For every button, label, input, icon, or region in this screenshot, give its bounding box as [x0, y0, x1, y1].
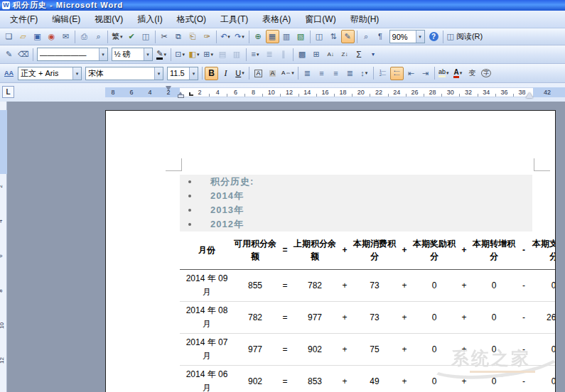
character-scale[interactable]: A⇔▾: [280, 67, 296, 80]
highlight-dropdown-icon[interactable]: ▾: [446, 70, 449, 76]
insert-table-dropdown-icon[interactable]: ▾: [210, 52, 213, 58]
menu-tools[interactable]: 工具(T): [213, 11, 255, 28]
operator-cell[interactable]: +: [396, 302, 413, 334]
menu-help[interactable]: 帮助(H): [343, 11, 387, 28]
insert-hyperlink[interactable]: ⊕: [252, 30, 265, 43]
month-cell[interactable]: 2014 年 08 月: [180, 302, 234, 334]
enclosed-characters[interactable]: 字: [480, 67, 493, 80]
border-color[interactable]: ✎▾: [155, 48, 168, 61]
font-size-select[interactable]: 11.5▾: [167, 67, 198, 80]
operator-cell[interactable]: +: [456, 366, 473, 392]
mail-recipient[interactable]: ✉: [59, 30, 72, 43]
operator-cell[interactable]: +: [396, 366, 413, 392]
font-size-select-dropdown-icon[interactable]: ▾: [189, 67, 198, 80]
numbering[interactable]: 1— 2—: [376, 67, 389, 80]
left-tab-stop-marker[interactable]: [189, 92, 193, 96]
cell-alignment[interactable]: ≡▾: [249, 48, 262, 61]
border-color-dropdown-icon[interactable]: ▾: [163, 52, 166, 58]
value-cell[interactable]: 0: [473, 302, 515, 334]
title-bar[interactable]: W 积分历史 - Microsoft Word: [0, 0, 565, 11]
menu-view[interactable]: 视图(V): [87, 11, 130, 28]
undo[interactable]: ↶▾: [219, 30, 232, 43]
value-cell[interactable]: 902: [234, 366, 276, 392]
distribute-rows[interactable]: ≣: [263, 48, 276, 61]
operator-cell[interactable]: +: [456, 302, 473, 334]
character-scale-dropdown-icon[interactable]: ▾: [291, 70, 294, 76]
operator-cell[interactable]: -: [515, 270, 532, 302]
value-cell[interactable]: 977: [294, 302, 336, 334]
insert-table[interactable]: ▥: [280, 30, 294, 43]
sort-descending[interactable]: Z↓: [338, 48, 352, 61]
value-cell[interactable]: 0: [532, 334, 556, 366]
value-cell[interactable]: 73: [353, 302, 396, 334]
value-cell[interactable]: 977: [234, 334, 276, 366]
menu-window[interactable]: 窗口(W): [298, 11, 343, 28]
value-cell[interactable]: 0: [413, 366, 456, 392]
decrease-indent[interactable]: ⇤: [404, 67, 418, 80]
horizontal-ruler[interactable]: 8642246810121416182022242628303234363842: [0, 87, 565, 99]
month-cell[interactable]: 2014 年 06 月: [180, 366, 234, 392]
month-cell[interactable]: 2014 年 07 月: [180, 334, 234, 366]
italic[interactable]: I: [219, 67, 232, 80]
value-cell[interactable]: 0: [532, 366, 556, 392]
save[interactable]: ▣: [31, 30, 44, 43]
list-item[interactable]: 积分历史:: [180, 175, 532, 189]
font-select[interactable]: 宋体▾: [85, 67, 163, 80]
value-cell[interactable]: 73: [353, 270, 396, 302]
bold[interactable]: B: [205, 67, 218, 80]
research[interactable]: ◫: [139, 30, 153, 43]
value-cell[interactable]: 0: [413, 302, 456, 334]
print[interactable]: ⎙: [77, 30, 91, 43]
insert-table[interactable]: ⊞▾: [202, 48, 215, 61]
menu-table[interactable]: 表格(A): [255, 11, 298, 28]
columns[interactable]: ◫: [313, 30, 326, 43]
value-cell[interactable]: 0: [413, 334, 456, 366]
shading-color[interactable]: ◧▾: [188, 48, 201, 61]
cell-alignment-dropdown-icon[interactable]: ▾: [257, 52, 259, 58]
table-autoformat[interactable]: ▩: [296, 48, 309, 61]
fit-text[interactable]: ⇅: [327, 30, 340, 43]
line-style-select-dropdown-icon[interactable]: ▾: [99, 48, 107, 60]
split-cells[interactable]: ▥: [230, 48, 244, 61]
value-cell[interactable]: 782: [234, 302, 276, 334]
traditional-chinese-convert-dropdown-icon[interactable]: ▾: [120, 34, 123, 40]
permission[interactable]: ◉: [45, 30, 58, 43]
sort-ascending[interactable]: A↓: [324, 48, 338, 61]
font-color[interactable]: A▾: [451, 67, 465, 80]
value-cell[interactable]: 75: [353, 334, 396, 366]
traditional-chinese-convert[interactable]: 繁▾: [110, 30, 124, 43]
header-cell[interactable]: 本期奖励积分: [413, 232, 456, 270]
operator-cell[interactable]: =: [276, 302, 294, 334]
toolbar-options[interactable]: ▾: [367, 48, 380, 61]
cut[interactable]: ✂: [158, 30, 171, 43]
align-right[interactable]: ≡: [329, 67, 343, 80]
month-cell[interactable]: 2014 年 09 月: [180, 270, 234, 302]
undo-dropdown-icon[interactable]: ▾: [227, 34, 230, 40]
vertical-ruler[interactable]: 246810121416: [0, 102, 7, 392]
zoom-select-dropdown-icon[interactable]: ▾: [416, 31, 424, 43]
open-folder[interactable]: ▱: [16, 30, 30, 43]
tables-and-borders[interactable]: ▦: [266, 30, 279, 43]
value-cell[interactable]: 855: [234, 270, 276, 302]
insert-excel-worksheet[interactable]: ▧: [294, 30, 308, 43]
zoom-select[interactable]: 90%▾: [389, 30, 425, 43]
styles-and-formatting[interactable]: AA: [2, 67, 16, 80]
operator-cell[interactable]: =: [276, 366, 294, 392]
character-shading[interactable]: A: [266, 67, 279, 80]
operator-cell[interactable]: +: [396, 334, 413, 366]
operator-cell[interactable]: +: [336, 270, 353, 302]
header-cell[interactable]: 本期消费积分: [353, 232, 396, 270]
document-map[interactable]: ⌕: [360, 30, 373, 43]
show-gridlines[interactable]: ⊞: [310, 48, 323, 61]
paste[interactable]: ⎗: [186, 30, 200, 43]
spelling-check[interactable]: ✔: [125, 30, 139, 43]
redo[interactable]: ↷▾: [233, 30, 247, 43]
menu-edit[interactable]: 编辑(E): [45, 11, 87, 28]
operator-cell[interactable]: +: [396, 270, 413, 302]
operator-cell[interactable]: +: [336, 302, 353, 334]
header-cell[interactable]: +: [396, 232, 413, 270]
document-page[interactable]: 积分历史:2014年2013年2012年 月份可用积分余额=上期积分余额+本期消…: [105, 110, 556, 392]
print-preview[interactable]: ⌕: [92, 30, 105, 43]
header-cell[interactable]: 本期支出积分: [532, 232, 556, 270]
style-select[interactable]: 正文 + Aris▾: [18, 67, 82, 80]
